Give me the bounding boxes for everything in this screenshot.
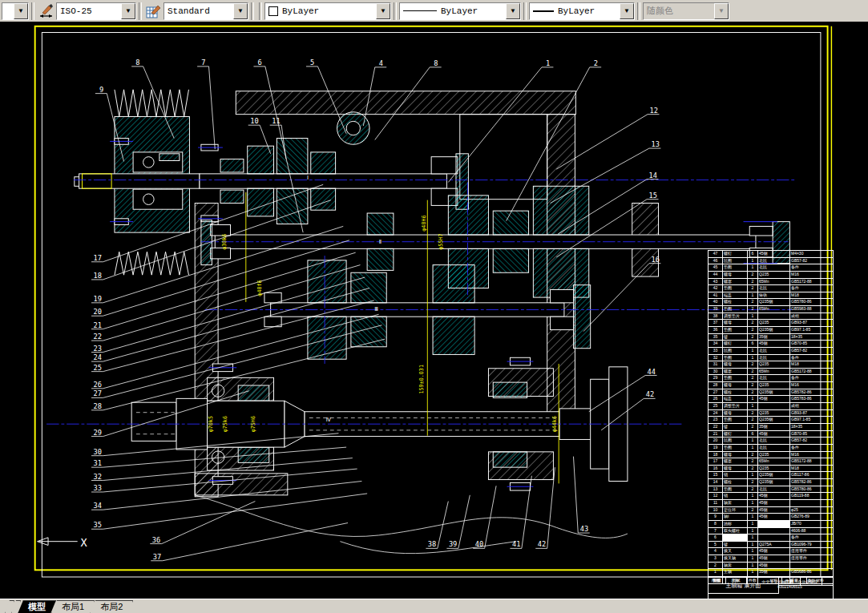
linetype-combo[interactable]: ByLayer ▼ [399, 2, 521, 20]
part-qty: 1 [748, 521, 758, 527]
part-qty: 2 [748, 389, 758, 396]
dim-style-combo[interactable]: ISO-25 ▼ [56, 2, 136, 20]
parts-row-22: 22键235钢18×35 [709, 424, 833, 431]
part-no: 19 [709, 445, 723, 451]
part-material: 毛毡 [758, 438, 790, 444]
dimension-text: φ75k6 [222, 416, 228, 432]
part-no: 32 [709, 355, 723, 361]
chevron-down-icon[interactable]: ▼ [376, 3, 390, 19]
callout-label: 41 [512, 540, 520, 548]
part-name: 螺栓 [723, 389, 748, 396]
part-no: 11 [709, 500, 723, 506]
dimension-text: φ40f6 [256, 280, 263, 296]
part-no: 18 [709, 452, 723, 458]
color-swatch [268, 6, 278, 16]
color-combo[interactable]: ByLayer ▼ [264, 2, 391, 20]
chevron-down-icon[interactable]: ▼ [233, 3, 248, 19]
part-remark: 备件 [790, 375, 833, 381]
part-material [758, 521, 790, 527]
parts-row-9: 9轴Ⅰ145钢GB276-89 [709, 514, 833, 521]
part-no: 24 [709, 410, 723, 417]
tab-模型[interactable]: 模型 [18, 600, 56, 613]
parts-row-14: 14螺栓2Q235钢GB5782-86 [709, 479, 833, 486]
part-qty: 1 [748, 555, 758, 562]
part-no: 28 [709, 382, 723, 389]
linetype-glyph [403, 10, 437, 11]
part-qty: 1 [748, 292, 758, 299]
part-name: 毡圈 [723, 258, 748, 264]
dimension-text: φ44k6 [551, 416, 558, 432]
part-material: 铸铁 [758, 292, 790, 299]
part-remark: GB5782-86 [790, 389, 833, 396]
part-qty: 1 [748, 563, 758, 569]
lineweight-combo[interactable]: ByLayer ▼ [529, 2, 635, 20]
part-name: 定位环 [723, 507, 748, 514]
part-material: 45钢 [758, 341, 790, 347]
part-remark: GB70-85 [790, 431, 833, 438]
callout-label: 12 [649, 107, 657, 115]
parts-row-12: 12销145钢GB119-88 [709, 493, 833, 500]
part-remark: GB119-88 [790, 493, 833, 499]
parts-row-32: 32垫圈1毛毡备件 [709, 355, 833, 362]
part-no: 3 [709, 555, 723, 562]
table-style-combo[interactable]: Standard ▼ [164, 2, 248, 20]
part-no: 4 [709, 548, 723, 555]
part-no: 37 [709, 320, 723, 326]
part-remark: GB117-86 [790, 472, 833, 478]
callout-label: 37 [153, 553, 161, 561]
model-space-viewport[interactable]: X 98765481210111213141516171819202122232… [0, 22, 868, 599]
part-material [758, 534, 790, 541]
part-material: 45钢 [758, 493, 790, 499]
tab-布局2[interactable]: 布局2 [90, 600, 133, 613]
part-material: 45钢 [758, 555, 790, 562]
part-remark: 备件 [790, 445, 833, 451]
callout-label: 38 [428, 540, 436, 548]
part-material: 45钢 [758, 548, 790, 555]
parts-row-40: 40螺栓2Q235钢GB5780-86 [709, 299, 833, 306]
part-no: 6 [709, 534, 723, 541]
part-remark: GB5783-86 [790, 396, 833, 402]
part-remark: GB5780-86 [790, 299, 833, 305]
part-material: Q235 [758, 272, 790, 278]
plot-style-combo: 随颜色 ▼ [643, 2, 729, 20]
part-name: 调整垫片 [723, 313, 748, 320]
parts-row-7: 7双头螺柱14606-88 [709, 528, 833, 535]
part-no: 20 [709, 438, 723, 444]
partial-combo[interactable]: ▼ [2, 2, 29, 20]
chevron-down-icon[interactable]: ▼ [620, 3, 634, 19]
callout-7: 7 [197, 58, 215, 149]
part-name: 垫圈 [723, 264, 748, 271]
toolbar-separator [637, 2, 640, 20]
part-material: 35钢 [758, 424, 790, 430]
chevron-down-icon[interactable]: ▼ [14, 3, 28, 19]
chevron-down-icon[interactable]: ▼ [121, 3, 135, 19]
part-qty: 1 [748, 500, 758, 506]
dim-style-icon[interactable] [38, 3, 55, 19]
tab-布局1[interactable]: 布局1 [51, 600, 95, 613]
part-qty: 2 [748, 327, 758, 333]
part-no: 45 [709, 264, 723, 271]
parts-row-23: 23垫圈2Q235钢GB97.1-85 [709, 417, 833, 424]
part-no: 36 [709, 327, 723, 333]
shaft-label: Ⅲ [374, 306, 378, 312]
part-material: 35钢 [758, 334, 790, 341]
part-material: Q235 [758, 320, 790, 326]
part-remark: GB57-82 [790, 258, 833, 264]
callout-label: 32 [94, 473, 102, 481]
part-name: 调整垫片 [723, 403, 748, 409]
part-qty: 6 [748, 341, 758, 347]
part-name: 螺栓 [723, 479, 748, 486]
part-remark: 借用零件 [790, 555, 833, 562]
part-name: 轴Ⅰ [723, 514, 748, 520]
chevron-down-icon[interactable]: ▼ [506, 3, 520, 19]
part-no: 35 [709, 334, 723, 341]
table-style-icon[interactable] [146, 3, 162, 19]
callout-label: 44 [648, 368, 656, 376]
callout-label: 28 [94, 402, 102, 410]
part-remark: GB57-82 [790, 438, 833, 444]
part-material: 65Mn [758, 306, 790, 313]
part-name: 垫圈 [723, 355, 748, 361]
part-material: 65Mn [758, 369, 790, 375]
parts-row-28: 28螺母2Q235M16 [709, 382, 833, 389]
callout-label: 18 [94, 272, 102, 280]
